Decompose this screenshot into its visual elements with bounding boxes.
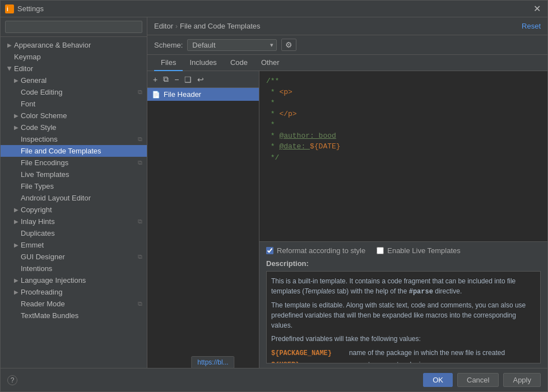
cancel-button[interactable]: Cancel [457,373,499,387]
tab-other[interactable]: Other [254,55,286,71]
sidebar-item-duplicates[interactable]: Duplicates [1,227,147,239]
add-template-button[interactable]: + [151,74,160,85]
revert-template-button[interactable]: ↩ [195,74,206,85]
copy-icon: ⧉ [138,136,142,143]
gear-button[interactable]: ⚙ [281,39,296,51]
sidebar: ▶ Appearance & Behavior Keymap ▶ Editor … [1,17,147,368]
sidebar-item-reader-mode[interactable]: Reader Mode ⧉ [1,298,147,310]
copy-icon: ⧉ [138,218,142,225]
live-templates-checkbox[interactable] [377,247,384,254]
desc-para-2: The template is editable. Along with sta… [271,300,536,330]
sidebar-item-copyright[interactable]: ▶ Copyright [1,204,147,216]
copy-icon: ⧉ [138,159,142,166]
remove-template-button[interactable]: − [172,74,181,85]
code-content[interactable]: /** * <p> * * </p> * * @author: bood * @… [259,71,547,241]
sidebar-item-file-types[interactable]: File Types [1,180,147,192]
sidebar-item-gui-designer[interactable]: GUI Designer ⧉ [1,251,147,263]
sidebar-item-file-encodings[interactable]: File Encodings ⧉ [1,157,147,169]
breadcrumb-bar: Editor › File and Code Templates Reset [147,17,547,35]
sidebar-item-label: Intentions [21,264,52,273]
help-icon[interactable]: ? [7,375,17,385]
tab-other-label: Other [261,58,280,67]
sidebar-item-appearance[interactable]: ▶ Appearance & Behavior [1,39,147,51]
sidebar-item-color-scheme[interactable]: ▶ Color Scheme [1,110,147,122]
reformat-label: Reformat according to style [277,246,365,255]
reset-link[interactable]: Reset [522,22,541,30]
breadcrumb-sep: › [175,22,178,30]
desc-para-1: This is a built-in template. It contains… [271,276,536,297]
sidebar-item-label: Emmet [21,241,44,249]
sidebar-item-file-code-templates[interactable]: File and Code Templates [1,145,147,157]
sidebar-item-editor[interactable]: ▶ Editor [1,63,147,74]
live-templates-label: Enable Live Templates [387,246,461,255]
tab-files-label: Files [161,58,176,67]
sidebar-item-label: Inlay Hints [21,217,55,226]
sidebar-item-label: Duplicates [21,229,55,237]
nav-tree: ▶ Appearance & Behavior Keymap ▶ Editor … [1,37,147,368]
tab-includes[interactable]: Includes [183,55,223,71]
sidebar-item-label: Editor [14,64,33,73]
sidebar-item-label: Language Injections [21,276,86,284]
sidebar-item-language-injections[interactable]: ▶ Language Injections [1,274,147,286]
tab-code-label: Code [230,58,248,67]
sidebar-item-label: GUI Designer [21,253,65,261]
sidebar-item-general[interactable]: ▶ General [1,74,147,86]
tab-includes-label: Includes [189,58,216,67]
sidebar-item-emmet[interactable]: ▶ Emmet [1,239,147,251]
description-label: Description: [266,259,541,268]
template-item-file-header[interactable]: 📄 File Header [147,88,259,101]
url-hint: https://bl... [191,356,234,368]
footer: ? OK Cancel Apply [1,368,547,391]
tab-files[interactable]: Files [154,55,183,71]
reformat-checkbox[interactable] [266,247,273,254]
sidebar-item-android-layout[interactable]: Android Layout Editor [1,192,147,204]
copy-template-button[interactable]: ⧉ [161,73,171,85]
copy-icon: ⧉ [138,253,142,260]
scheme-select[interactable]: Default Project [187,39,277,51]
sidebar-item-code-style[interactable]: ▶ Code Style [1,122,147,133]
desc-para-3: Predefined variables will take the follo… [271,334,536,344]
expand-arrow-icon: ▶ [14,207,18,213]
expand-arrow-icon: ▶ [14,124,18,130]
close-button[interactable]: ✕ [531,3,543,14]
expand-arrow-icon: ▶ [14,277,18,283]
var-name: ${PACKAGE_NAME} [271,347,349,359]
tab-code[interactable]: Code [224,55,254,71]
sidebar-item-label: Live Templates [21,170,69,179]
search-input[interactable] [5,21,142,33]
scheme-row: Scheme: Default Project ⚙ [147,35,547,55]
table-row: ${USER} current user system login name [271,359,536,363]
sidebar-item-live-templates[interactable]: Live Templates [1,169,147,180]
editor-area: + ⧉ − ❑ ↩ 📄 File Header /* [147,71,547,368]
apply-button[interactable]: Apply [503,373,541,387]
breadcrumb-parent: Editor [154,22,173,30]
template-list: + ⧉ − ❑ ↩ 📄 File Header [147,71,259,368]
sidebar-item-label: File Types [21,182,54,190]
copy-icon: ⧉ [138,300,142,307]
breadcrumb-current: File and Code Templates [180,22,261,30]
ok-button[interactable]: OK [423,373,453,387]
live-templates-option[interactable]: Enable Live Templates [377,246,461,255]
app-icon: i [5,4,14,13]
sidebar-item-label: File Encodings [21,158,68,167]
sidebar-item-inspections[interactable]: Inspections ⧉ [1,133,147,145]
sidebar-item-code-editing[interactable]: Code Editing ⧉ [1,86,147,98]
expand-arrow-icon: ▶ [14,218,18,225]
sidebar-item-label: Color Scheme [21,111,67,120]
sidebar-item-font[interactable]: Font [1,98,147,110]
sidebar-item-label: Code Style [21,123,57,132]
bottom-panel: Reformat according to style Enable Live … [259,241,547,368]
sidebar-item-inlay-hints[interactable]: ▶ Inlay Hints ⧉ [1,216,147,227]
footer-buttons: OK Cancel Apply [423,373,541,387]
breadcrumb: Editor › File and Code Templates [154,22,261,30]
reformat-option[interactable]: Reformat according to style [266,246,365,255]
sidebar-item-intentions[interactable]: Intentions [1,263,147,274]
var-desc: name of the package in which the new fil… [349,347,536,359]
sidebar-item-proofreading[interactable]: ▶ Proofreading [1,286,147,298]
sidebar-item-textmate[interactable]: TextMate Bundles [1,310,147,321]
duplicate-template-button[interactable]: ❑ [182,74,194,85]
template-item-label: File Header [164,90,201,99]
expand-arrow-icon: ▶ [14,242,18,248]
expand-arrow-icon: ▶ [14,77,18,83]
sidebar-item-keymap[interactable]: Keymap [1,51,147,63]
